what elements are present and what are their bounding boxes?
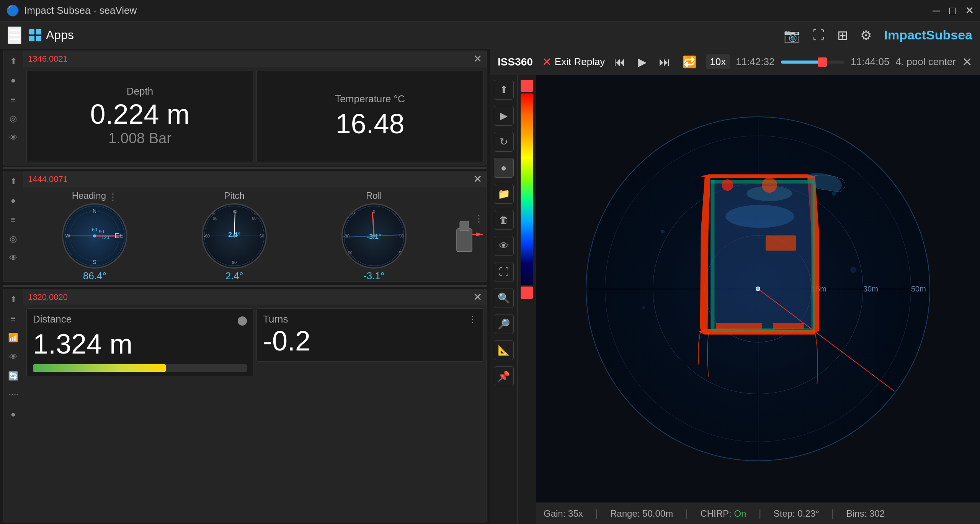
range-label-50m: 50m xyxy=(911,285,926,293)
svg-text:120: 120 xyxy=(101,235,109,240)
status-divider-1: | xyxy=(595,508,598,520)
depth-panel-main: 1346.0021 ✕ Depth 0.224 m 1.008 Bar Temp… xyxy=(23,51,487,165)
separator-1 xyxy=(3,167,487,169)
maximize-button[interactable]: □ xyxy=(949,5,956,17)
temp-value: 16.48 xyxy=(335,108,404,139)
imu-sidebar-import[interactable]: ⬆ xyxy=(6,174,21,189)
svg-point-12 xyxy=(93,234,96,237)
pitch-gauge-container: Pitch -90 90 -60 60 -60 6 xyxy=(166,190,303,282)
depth-panel-sidebar: ⬆ ● ≡ ◎ 👁 xyxy=(3,51,23,165)
distance-progress-container xyxy=(33,364,247,372)
status-divider-2: | xyxy=(685,508,688,520)
status-divider-4: | xyxy=(831,508,834,520)
imu-sidebar-list[interactable]: ≡ xyxy=(6,213,21,227)
replay-end-time: 11:44:05 xyxy=(851,56,889,68)
distance-value: 1.324 m xyxy=(33,328,247,360)
minimize-button[interactable]: ─ xyxy=(933,5,940,17)
settings-button[interactable]: ⚙ xyxy=(860,28,872,43)
bins-status: Bins: 302 xyxy=(846,508,885,519)
depth-sidebar-circle[interactable]: ● xyxy=(6,73,21,88)
dist-panel-main: 1320.0020 ✕ Distance 1.324 m xyxy=(23,289,487,522)
imu-panel-close[interactable]: ✕ xyxy=(473,173,482,185)
pitch-label: Pitch xyxy=(224,190,244,201)
dist-sidebar-eye[interactable]: 👁 xyxy=(6,350,21,364)
hamburger-menu[interactable]: ☰ xyxy=(8,26,21,44)
dist-sidebar-circle[interactable]: ● xyxy=(6,407,21,422)
imu-sidebar-target[interactable]: ◎ xyxy=(6,232,21,246)
sonar-tool-measure[interactable]: 📐 xyxy=(494,340,514,360)
svg-text:-90: -90 xyxy=(231,209,237,214)
fullscreen-button[interactable]: ⛶ xyxy=(812,28,825,43)
svg-line-35 xyxy=(372,212,374,236)
depth-panel-id: 1346.0021 xyxy=(28,54,68,64)
replay-timeline[interactable] xyxy=(781,61,845,64)
sonar-tool-expand[interactable]: ⛶ xyxy=(494,262,514,282)
depth-sidebar-list[interactable]: ≡ xyxy=(6,92,21,107)
imu-panel-main: 1444.0071 ✕ Heading ⋮ xyxy=(23,171,487,282)
sonar-header: ISS360 ✕ Exit Replay ⏮ ▶ ⏭ 🔁 10x 11:42:3… xyxy=(490,49,980,75)
titlebar: 🔵 Impact Subsea - seaView ─ □ ✕ xyxy=(0,0,980,21)
imu-sidebar-eye[interactable]: 👁 xyxy=(6,251,21,265)
dist-panel-header: 1320.0020 ✕ xyxy=(23,289,487,305)
svg-text:-150: -150 xyxy=(345,251,352,255)
svg-text:-30: -30 xyxy=(349,211,355,215)
heading-value: 86.4° xyxy=(83,270,106,282)
pitch-gauge: -90 90 -60 60 -60 60 xyxy=(202,203,267,269)
screenshot-button[interactable]: 📷 xyxy=(784,28,800,43)
sonar-tool-zoom-out[interactable]: 🔎 xyxy=(494,314,514,334)
close-button[interactable]: ✕ xyxy=(965,4,974,17)
distance-progress-bar xyxy=(33,364,166,372)
sonar-tool-record[interactable]: ● xyxy=(494,158,514,178)
layout-button[interactable]: ⊞ xyxy=(837,28,848,43)
rewind-button[interactable]: ⏮ xyxy=(611,54,629,70)
replay-speed: 10x xyxy=(706,54,730,69)
sonar-tool-folder[interactable]: 📁 xyxy=(494,184,514,204)
depth-panel-close[interactable]: ✕ xyxy=(473,52,482,65)
dist-panel-id: 1320.0020 xyxy=(28,292,68,302)
turns-more[interactable]: ⋮ xyxy=(468,314,477,325)
apps-label: Apps xyxy=(46,28,74,42)
turns-header: Turns ⋮ xyxy=(263,313,477,325)
dist-sidebar-wave[interactable]: 〰 xyxy=(6,388,21,403)
sonar-tool-zoom-in[interactable]: 🔍 xyxy=(494,288,514,308)
sonar-tool-eye[interactable]: 👁 xyxy=(494,236,514,256)
loop-button[interactable]: 🔁 xyxy=(679,54,700,70)
depth-sidebar-eye[interactable]: 👁 xyxy=(6,131,21,145)
dist-sidebar-wifi[interactable]: 📶 xyxy=(6,331,21,345)
sonar-tool-pin[interactable]: 📌 xyxy=(494,366,514,386)
gain-label: Gain: 35x xyxy=(544,508,583,519)
rov-more[interactable]: ⋮ xyxy=(474,213,483,224)
chirp-label: CHIRP: xyxy=(700,508,731,519)
dist-sidebar-sync[interactable]: 🔄 xyxy=(6,369,21,383)
apps-button[interactable]: Apps xyxy=(29,28,74,42)
sonar-close-button[interactable]: ✕ xyxy=(962,55,972,69)
pitch-svg: -90 90 -60 60 -60 60 xyxy=(203,205,266,267)
fast-forward-button[interactable]: ⏭ xyxy=(656,54,673,70)
temp-label: Temperature °C xyxy=(335,93,405,105)
svg-text:90: 90 xyxy=(399,234,404,238)
range-status: Range: 50.00m xyxy=(610,508,673,519)
depth-sidebar-target[interactable]: ◎ xyxy=(6,111,21,126)
imu-panel-sidebar: ⬆ ● ≡ ◎ 👁 xyxy=(3,171,23,282)
chirp-status: CHIRP: On xyxy=(700,508,746,519)
chirp-value: On xyxy=(734,508,746,519)
distance-toggle[interactable] xyxy=(238,316,247,326)
dist-panel-close[interactable]: ✕ xyxy=(473,291,482,303)
imu-sidebar-circle[interactable]: ● xyxy=(6,193,21,208)
sonar-circle: 15m 30m 50m xyxy=(586,116,930,461)
sonar-tool-delete[interactable]: 🗑 xyxy=(494,210,514,230)
dist-sidebar-import[interactable]: ⬆ xyxy=(6,292,21,307)
play-button[interactable]: ▶ xyxy=(635,54,650,70)
dist-sidebar-list[interactable]: ≡ xyxy=(6,311,21,326)
depth-sidebar-import[interactable]: ⬆ xyxy=(6,54,21,69)
svg-text:60: 60 xyxy=(92,227,98,233)
sonar-tool-play[interactable]: ▶ xyxy=(494,106,514,126)
heading-gauge-container: Heading ⋮ N S W xyxy=(26,190,163,282)
svg-text:-60: -60 xyxy=(210,211,216,215)
roll-gauge-container: Roll 0 -90 90 -30 30 -150 150 xyxy=(305,190,442,282)
sonar-tool-refresh[interactable]: ↻ xyxy=(494,132,514,152)
rov-indicator: ⋮ xyxy=(445,213,483,259)
exit-replay-button[interactable]: ✕ Exit Replay xyxy=(542,55,605,69)
sonar-tool-enter[interactable]: ⬆ xyxy=(494,80,514,100)
heading-more[interactable]: ⋮ xyxy=(108,192,118,202)
